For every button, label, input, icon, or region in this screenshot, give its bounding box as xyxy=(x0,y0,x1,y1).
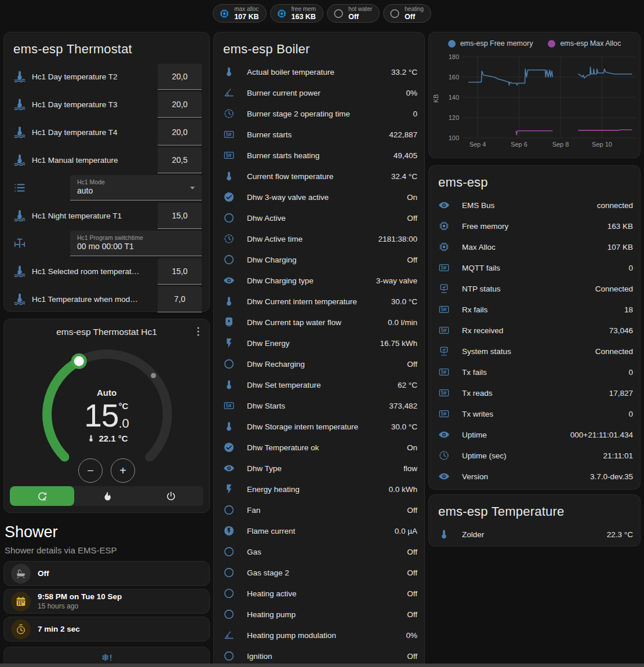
decrease-temperature-button[interactable]: − xyxy=(78,458,103,483)
entity-row[interactable]: Dhw RechargingOff xyxy=(223,353,417,374)
entity-label: Dhw Current intern temperature xyxy=(247,297,391,306)
shower-item-title: Off xyxy=(38,569,49,578)
entity-row[interactable]: Burner starts422,887 xyxy=(223,124,417,145)
badge-hot-water[interactable]: hot waterOff xyxy=(327,4,380,23)
entity-row[interactable]: Zolder22.3 °C xyxy=(438,524,633,545)
badge-max-alloc[interactable]: max alloc107 KB xyxy=(213,4,266,23)
emsesp-card: ems-esp EMS BusconnectedFree memory163 K… xyxy=(428,165,641,490)
shower-duration-card[interactable]: 7 min 2 sec xyxy=(3,617,210,642)
entity-row[interactable]: Dhw Charging type3-way valve xyxy=(223,270,417,291)
entity-row[interactable]: Dhw Temperature okOn xyxy=(223,437,417,458)
entity-row[interactable]: Burner starts heating49,405 xyxy=(223,145,417,166)
shower-last-time-card[interactable]: 9:58 PM on Tue 10 Sep15 hours ago xyxy=(3,589,210,614)
badge-free-mem[interactable]: free mem163 KB xyxy=(270,4,323,23)
entity-row[interactable]: Version3.7.0-dev.35 xyxy=(438,466,633,487)
thermostat-row: Hc1 Day temperature T420,0 xyxy=(13,118,202,146)
entity-value: Connected xyxy=(595,347,633,356)
badge-heating[interactable]: heatingOff xyxy=(383,4,431,23)
thermostat-hc1-card: ems-esp Thermostat Hc1 Auto 15 °C .0 22.… xyxy=(3,319,210,513)
hvac-mode-heat-button[interactable] xyxy=(74,486,139,506)
entity-row[interactable]: Uptime000+21:11:01.434 xyxy=(438,424,633,445)
entity-row[interactable]: Energy heating0.0 kWh xyxy=(223,479,417,500)
entity-value: 18 xyxy=(624,305,633,314)
entity-row[interactable]: Dhw Set temperature62 °C xyxy=(223,374,417,395)
entity-row[interactable]: Tx fails0 xyxy=(438,362,633,382)
entity-label: Dhw Active xyxy=(247,214,407,223)
entity-row[interactable]: Heating pump modulation0% xyxy=(223,625,417,646)
entity-row[interactable]: Tx reads17,827 xyxy=(438,382,633,403)
number-input[interactable]: 20,0 xyxy=(158,92,202,118)
entity-row[interactable]: Rx fails18 xyxy=(438,299,633,320)
thermometer-icon xyxy=(223,170,235,182)
entity-label: NTP status xyxy=(462,285,595,293)
thermostat-row: Hc1 Program switchtime00 mo 00:00 T1 xyxy=(13,229,202,257)
text-input[interactable]: Hc1 Program switchtime00 mo 00:00 T1 xyxy=(70,231,202,256)
legend-item[interactable]: ems-esp Max Alloc xyxy=(548,39,621,48)
entity-label: Burner current power xyxy=(247,89,406,97)
entity-label: Max Alloc xyxy=(462,243,607,252)
badge-value: 163 KB xyxy=(292,13,316,21)
horizontal-scrollbar[interactable] xyxy=(0,664,644,667)
entity-row[interactable]: Dhw Current intern temperature30.0 °C xyxy=(223,291,417,312)
legend-item[interactable]: ems-esp Free memory xyxy=(448,39,533,48)
entity-row[interactable]: Flame current0.0 µA xyxy=(223,520,417,541)
number-input[interactable]: 15,0 xyxy=(158,258,202,285)
entity-value: Off xyxy=(407,214,417,223)
entity-row[interactable]: Uptime (sec)21:11:01 xyxy=(438,445,633,466)
field-value: auto xyxy=(77,185,184,196)
entity-value: 3-way valve xyxy=(376,276,417,285)
mode-select[interactable]: Hc1 Modeauto xyxy=(70,175,202,201)
increase-temperature-button[interactable]: + xyxy=(111,458,135,483)
entity-row[interactable]: Dhw ChargingOff xyxy=(223,249,417,270)
entity-row[interactable]: Dhw Storage intern temperature30.0 °C xyxy=(223,416,417,437)
svg-text:140: 140 xyxy=(449,94,459,101)
entity-row[interactable]: NTP statusConnected xyxy=(438,278,633,299)
entity-row[interactable]: Heating pumpOff xyxy=(223,604,417,625)
water-heater-icon xyxy=(223,316,235,328)
chip-icon xyxy=(438,241,450,253)
entity-row[interactable]: Dhw Typeflow xyxy=(223,458,417,479)
number-input[interactable]: 20,0 xyxy=(158,119,202,145)
hvac-mode-auto-button[interactable]: A xyxy=(10,486,74,506)
dots-vertical-icon[interactable] xyxy=(192,325,205,338)
entity-row[interactable]: Current flow temperature32.4 °C xyxy=(223,166,417,187)
entity-row[interactable]: Gas stage 2Off xyxy=(223,562,417,583)
hvac-mode-off-button[interactable] xyxy=(139,486,203,506)
svg-text:Sep 4: Sep 4 xyxy=(470,141,486,148)
number-input[interactable]: 20,0 xyxy=(158,64,202,90)
number-input[interactable]: 15,0 xyxy=(158,203,202,229)
shower-active-card[interactable]: Off xyxy=(3,561,210,586)
entity-row[interactable]: Rx received73,046 xyxy=(438,320,633,341)
entity-row[interactable]: MQTT fails0 xyxy=(438,257,633,278)
entity-row[interactable]: Burner current power0% xyxy=(223,82,417,103)
entity-row[interactable]: Dhw Energy16.75 kWh xyxy=(223,333,417,353)
badge-label: hot water xyxy=(348,6,372,12)
thermometer-icon xyxy=(223,421,235,432)
entity-row[interactable]: Free memory163 KB xyxy=(438,216,633,236)
temperature-steppers: − + xyxy=(4,458,209,483)
entity-row[interactable]: Heating activeOff xyxy=(223,583,417,604)
counter-icon xyxy=(438,262,450,274)
entity-label: Zolder xyxy=(462,530,607,539)
entity-row[interactable]: Dhw Current tap water flow0.0 l/min xyxy=(223,312,417,333)
entity-row[interactable]: GasOff xyxy=(223,541,417,562)
entity-row[interactable]: FanOff xyxy=(223,500,417,520)
number-input[interactable]: 7,0 xyxy=(158,286,202,312)
entity-row[interactable]: Burner stage 2 operating time0 xyxy=(223,103,417,124)
entity-row[interactable]: EMS Busconnected xyxy=(438,195,633,216)
number-entity-label: Hc1 Manual temperature xyxy=(32,156,158,165)
entity-row[interactable]: Dhw ActiveOff xyxy=(223,207,417,228)
entity-row[interactable]: Max Alloc107 KB xyxy=(438,236,633,257)
entity-value: 33.2 °C xyxy=(391,68,417,76)
entity-row[interactable]: Dhw 3-way valve activeOn xyxy=(223,187,417,207)
counter-icon xyxy=(438,408,450,420)
entity-row[interactable]: Dhw Active time2181:38:00 xyxy=(223,228,417,249)
number-input[interactable]: 20,5 xyxy=(158,147,202,173)
entity-row[interactable]: System statusConnected xyxy=(438,341,633,362)
badge-value: 107 KB xyxy=(234,13,259,21)
legend-dot-icon xyxy=(448,40,456,48)
entity-value: 422,887 xyxy=(389,130,417,139)
entity-row[interactable]: Tx writes0 xyxy=(438,403,633,424)
entity-row[interactable]: Actual boiler temperature33.2 °C xyxy=(223,61,417,82)
entity-row[interactable]: Dhw Starts373,482 xyxy=(223,395,417,416)
